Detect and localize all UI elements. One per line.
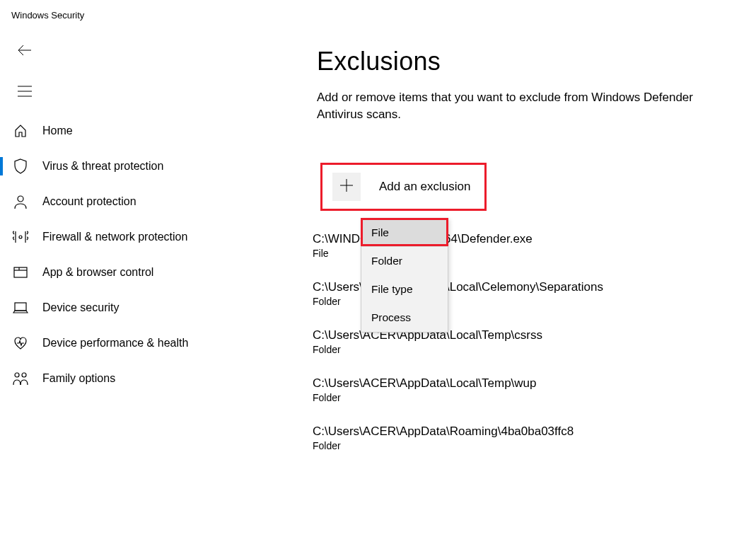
dropdown-item-label: Folder — [371, 255, 402, 267]
sidebar-item-home[interactable]: Home — [0, 113, 240, 149]
dropdown-item-folder[interactable]: Folder — [361, 247, 448, 275]
svg-rect-6 — [14, 267, 27, 277]
home-icon — [13, 123, 28, 139]
sidebar-item-label: Virus & threat protection — [28, 160, 163, 173]
svg-point-11 — [22, 373, 26, 377]
sidebar: Home Virus & threat protection Account p… — [0, 113, 240, 396]
exclusion-type: Folder — [313, 392, 741, 403]
add-exclusion-label: Add an exclusion — [361, 180, 470, 194]
sidebar-item-virus[interactable]: Virus & threat protection — [0, 149, 240, 184]
plus-icon-box[interactable] — [332, 173, 361, 201]
dropdown-item-file[interactable]: File — [361, 219, 448, 247]
sidebar-item-app-browser[interactable]: App & browser control — [0, 255, 240, 290]
svg-rect-9 — [15, 303, 26, 311]
sidebar-item-family[interactable]: Family options — [0, 361, 240, 396]
app-title: Windows Security — [0, 0, 756, 21]
svg-point-5 — [19, 236, 22, 238]
sidebar-item-label: Device security — [28, 301, 119, 314]
sidebar-item-label: Family options — [28, 372, 115, 385]
sidebar-item-label: App & browser control — [28, 266, 153, 279]
laptop-icon — [13, 300, 28, 316]
exclusion-type: Folder — [313, 440, 741, 451]
dropdown-item-label: File — [371, 226, 389, 239]
page-title: Exclusions — [317, 47, 741, 76]
sidebar-item-label: Account protection — [28, 195, 136, 208]
shield-icon — [13, 158, 28, 174]
plus-icon — [339, 178, 354, 196]
heart-icon — [13, 335, 28, 351]
person-icon — [13, 194, 28, 209]
exclusion-path: C:\Users\ACER\AppData\Roaming\4ba0ba03ff… — [313, 425, 741, 439]
exclusion-item[interactable]: C:\Users\ACER\AppData\Local\Temp\wup Fol… — [313, 376, 741, 403]
sidebar-item-device-security[interactable]: Device security — [0, 290, 240, 325]
sidebar-item-account[interactable]: Account protection — [0, 184, 240, 219]
back-button[interactable] — [11, 37, 39, 66]
svg-point-4 — [18, 196, 23, 202]
firewall-icon — [13, 229, 28, 245]
exclusion-type: Folder — [313, 344, 741, 355]
sidebar-item-label: Firewall & network protection — [28, 231, 187, 243]
exclusion-type-dropdown: File Folder File type Process — [361, 218, 448, 333]
exclusion-path: C:\Users\ACER\AppData\Local\Temp\wup — [313, 376, 741, 391]
page-description: Add or remove items that you want to exc… — [317, 89, 741, 123]
hamburger-icon — [18, 86, 32, 100]
add-exclusion-button[interactable]: Add an exclusion — [320, 163, 487, 211]
dropdown-item-label: Process — [371, 311, 411, 324]
exclusion-item[interactable]: C:\Users\ACER\AppData\Roaming\4ba0ba03ff… — [313, 425, 741, 451]
app-browser-icon — [13, 265, 28, 280]
dropdown-item-process[interactable]: Process — [361, 304, 448, 332]
dropdown-item-file-type[interactable]: File type — [361, 275, 448, 304]
sidebar-item-firewall[interactable]: Firewall & network protection — [0, 219, 240, 255]
family-icon — [13, 371, 28, 386]
sidebar-item-label: Home — [28, 125, 73, 137]
dropdown-item-label: File type — [371, 283, 413, 296]
sidebar-item-device-performance[interactable]: Device performance & health — [0, 325, 240, 361]
svg-point-10 — [15, 373, 19, 377]
back-arrow-icon — [17, 42, 33, 61]
menu-button[interactable] — [11, 79, 39, 107]
sidebar-item-label: Device performance & health — [28, 337, 188, 350]
